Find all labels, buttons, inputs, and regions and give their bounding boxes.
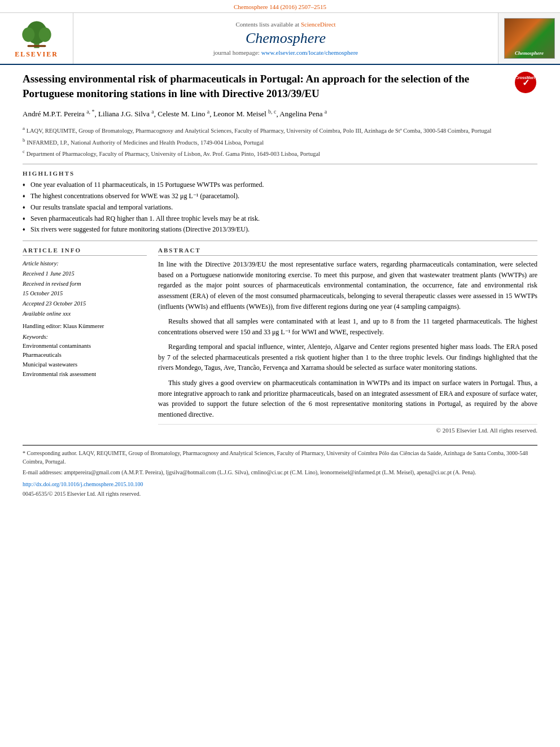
corresponding-author-note: * Corresponding author. LAQV, REQUIMTE, … xyxy=(23,449,537,466)
affiliation-a: a LAQV, REQUIMTE, Group of Bromatology, … xyxy=(23,125,537,135)
journal-thumbnail: Chemosphere xyxy=(504,18,555,59)
svg-point-2 xyxy=(22,28,34,42)
handling-editor-name: Klaus Kümmerer xyxy=(63,323,104,329)
history-label: Article history: xyxy=(23,259,147,268)
crossmark-badge: ✓ CrossMark xyxy=(515,72,537,94)
received-revised-label: Received in revised form xyxy=(23,279,147,289)
footer-section: * Corresponding author. LAQV, REQUIMTE, … xyxy=(23,445,537,498)
highlight-item-2: The highest concentrations observed for … xyxy=(23,191,537,201)
highlights-title: HIGHLIGHTS xyxy=(23,170,537,177)
keywords-list: Environmental contaminants Pharmaceutica… xyxy=(23,342,147,379)
journal-thumbnail-section: Chemosphere xyxy=(498,13,560,64)
elsevier-logo-section: ELSEVIER xyxy=(0,13,73,64)
article-info-column: ARTICLE INFO Article history: Received 1… xyxy=(23,247,147,434)
article-title: Assessing environmental risk of pharmace… xyxy=(23,72,537,101)
homepage-link[interactable]: www.elsevier.com/locate/chemosphere xyxy=(261,49,358,56)
abstract-column: ABSTRACT In line with the Directive 2013… xyxy=(158,247,537,434)
highlight-item-5: Six rivers were suggested for future mon… xyxy=(23,225,537,234)
footer-issn: 0045-6535/© 2015 Elsevier Ltd. All right… xyxy=(23,490,537,498)
available-online: Available online xxx xyxy=(23,309,147,318)
science-direct-line: Contents lists available at ScienceDirec… xyxy=(235,21,335,28)
highlight-item-3: Our results translate spacial and tempor… xyxy=(23,203,537,212)
journal-homepage: journal homepage: www.elsevier.com/locat… xyxy=(213,49,358,56)
article-info-title: ARTICLE INFO xyxy=(23,247,147,256)
journal-name: Chemosphere xyxy=(246,30,326,47)
abstract-para-4: This study gives a good overview on phar… xyxy=(158,378,537,420)
corresponding-note-text: * Corresponding author. LAQV, REQUIMTE, … xyxy=(23,450,528,465)
highlight-item-1: One year evaluation of 11 pharmaceutical… xyxy=(23,180,537,190)
keyword-2: Pharmaceuticals xyxy=(23,351,147,360)
science-direct-link[interactable]: ScienceDirect xyxy=(301,21,336,28)
affiliations-section: a LAQV, REQUIMTE, Group of Bromatology, … xyxy=(23,125,537,164)
elsevier-tree-icon xyxy=(14,18,59,49)
journal-header: ELSEVIER Contents lists available at Sci… xyxy=(0,13,560,65)
keyword-1: Environmental contaminants xyxy=(23,342,147,351)
article-history: Article history: Received 1 June 2015 Re… xyxy=(23,259,147,318)
email-addresses: amptpereira@gmail.com (A.M.P.T. Pereira)… xyxy=(64,469,476,475)
affiliation-b: b INFARMED, I.P., National Authority of … xyxy=(23,137,537,147)
citation-bar: Chemosphere 144 (2016) 2507–2515 xyxy=(0,0,560,13)
affiliation-c: c Department of Pharmacology, Faculty of… xyxy=(23,148,537,158)
received-date: Received 1 June 2015 xyxy=(23,269,147,278)
copyright-text: © 2015 Elsevier Ltd. All rights reserved… xyxy=(158,424,537,434)
citation-text: Chemosphere 144 (2016) 2507–2515 xyxy=(234,3,326,10)
abstract-para-1: In line with the Directive 2013/39/EU th… xyxy=(158,259,537,312)
elsevier-logo: ELSEVIER xyxy=(14,18,59,59)
handling-editor-label: Handling editor: xyxy=(23,323,62,329)
keyword-3: Municipal wastewaters xyxy=(23,360,147,370)
abstract-para-2: Results showed that all samples were con… xyxy=(158,316,537,337)
accepted-date: Accepted 23 October 2015 xyxy=(23,299,147,308)
main-content: Assessing environmental risk of pharmace… xyxy=(0,65,560,504)
article-title-section: Assessing environmental risk of pharmace… xyxy=(23,72,537,101)
journal-center: Contents lists available at ScienceDirec… xyxy=(73,13,498,64)
authors-line: André M.P.T. Pereira a, *, Liliana J.G. … xyxy=(23,107,537,120)
svg-rect-4 xyxy=(27,45,46,47)
revised-date: 15 October 2015 xyxy=(23,289,147,298)
email-label: E-mail addresses: xyxy=(23,469,63,475)
elsevier-label: ELSEVIER xyxy=(15,50,58,59)
keyword-4: Environmental risk assessment xyxy=(23,370,147,379)
abstract-title: ABSTRACT xyxy=(158,247,537,256)
highlight-item-4: Seven pharmaceuticals had RQ higher than… xyxy=(23,214,537,224)
abstract-para-3: Regarding temporal and spacial influence… xyxy=(158,342,537,373)
footer-doi: http://dx.doi.org/10.1016/j.chemosphere.… xyxy=(23,480,537,488)
two-column-section: ARTICLE INFO Article history: Received 1… xyxy=(23,247,537,434)
keywords-label: Keywords: xyxy=(23,334,147,340)
abstract-text: In line with the Directive 2013/39/EU th… xyxy=(158,259,537,420)
highlights-list: One year evaluation of 11 pharmaceutical… xyxy=(23,180,537,234)
footer-emails: E-mail addresses: amptpereira@gmail.com … xyxy=(23,468,537,477)
crossmark-icon: ✓ CrossMark xyxy=(517,73,535,91)
handling-editor-section: Handling editor: Klaus Kümmerer xyxy=(23,323,147,329)
svg-point-3 xyxy=(38,28,51,42)
svg-text:CrossMark: CrossMark xyxy=(517,76,535,80)
highlights-section: HIGHLIGHTS One year evaluation of 11 pha… xyxy=(23,170,537,241)
doi-link[interactable]: http://dx.doi.org/10.1016/j.chemosphere.… xyxy=(23,481,143,487)
